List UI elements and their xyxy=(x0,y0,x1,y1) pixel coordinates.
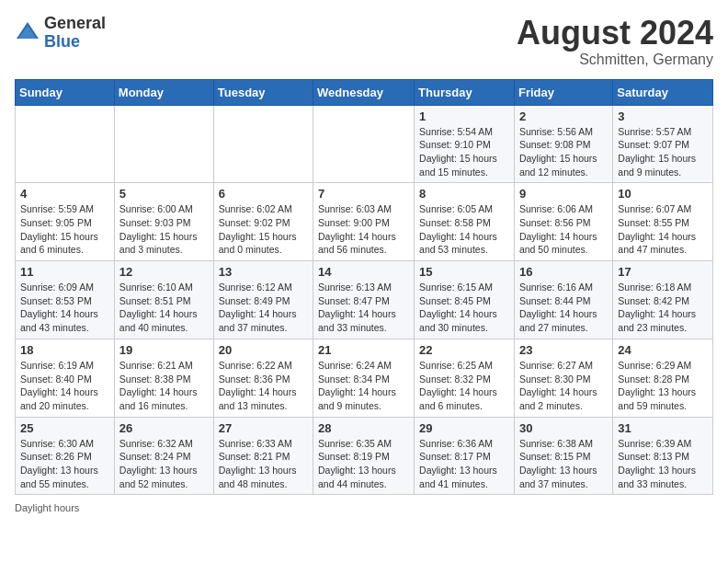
day-number: 25 xyxy=(20,421,109,435)
footer-note: Daylight hours xyxy=(15,502,713,513)
day-info: Sunrise: 6:03 AMSunset: 9:00 PMDaylight:… xyxy=(318,202,409,257)
calendar-cell: 23Sunrise: 6:27 AMSunset: 8:30 PMDayligh… xyxy=(514,339,612,417)
day-info: Sunrise: 6:00 AMSunset: 9:03 PMDaylight:… xyxy=(119,202,209,257)
calendar-cell: 17Sunrise: 6:18 AMSunset: 8:42 PMDayligh… xyxy=(613,261,713,339)
day-number: 6 xyxy=(219,187,308,201)
day-number: 5 xyxy=(119,187,209,201)
calendar-week-row: 1Sunrise: 5:54 AMSunset: 9:10 PMDaylight… xyxy=(16,105,713,183)
day-number: 15 xyxy=(419,265,509,279)
day-number: 2 xyxy=(519,109,608,123)
calendar-cell: 27Sunrise: 6:33 AMSunset: 8:21 PMDayligh… xyxy=(213,417,313,495)
day-info: Sunrise: 6:35 AMSunset: 8:19 PMDaylight:… xyxy=(318,437,409,491)
calendar-cell: 4Sunrise: 5:59 AMSunset: 9:05 PMDaylight… xyxy=(16,183,115,261)
day-number: 24 xyxy=(618,343,708,357)
day-info: Sunrise: 6:16 AMSunset: 8:44 PMDaylight:… xyxy=(519,281,608,335)
day-info: Sunrise: 6:12 AMSunset: 8:49 PMDaylight:… xyxy=(219,281,308,335)
location: Schmitten, Germany xyxy=(517,52,713,68)
calendar-cell: 22Sunrise: 6:25 AMSunset: 8:32 PMDayligh… xyxy=(415,339,515,417)
calendar-week-row: 18Sunrise: 6:19 AMSunset: 8:40 PMDayligh… xyxy=(16,339,713,417)
logo: General Blue xyxy=(15,15,106,52)
day-info: Sunrise: 6:30 AMSunset: 8:26 PMDaylight:… xyxy=(20,437,109,491)
col-header-monday: Monday xyxy=(114,79,213,105)
calendar-cell: 24Sunrise: 6:29 AMSunset: 8:28 PMDayligh… xyxy=(613,339,713,417)
calendar-cell: 19Sunrise: 6:21 AMSunset: 8:38 PMDayligh… xyxy=(114,339,213,417)
day-info: Sunrise: 6:24 AMSunset: 8:34 PMDaylight:… xyxy=(318,359,409,413)
logo-general-text: General xyxy=(44,14,106,32)
calendar-cell: 13Sunrise: 6:12 AMSunset: 8:49 PMDayligh… xyxy=(213,261,313,339)
calendar-cell: 7Sunrise: 6:03 AMSunset: 9:00 PMDaylight… xyxy=(313,183,415,261)
calendar-cell: 2Sunrise: 5:56 AMSunset: 9:08 PMDaylight… xyxy=(514,105,612,183)
calendar-cell: 16Sunrise: 6:16 AMSunset: 8:44 PMDayligh… xyxy=(514,261,612,339)
day-info: Sunrise: 6:10 AMSunset: 8:51 PMDaylight:… xyxy=(119,281,209,335)
calendar-week-row: 4Sunrise: 5:59 AMSunset: 9:05 PMDaylight… xyxy=(16,183,713,261)
calendar-cell: 21Sunrise: 6:24 AMSunset: 8:34 PMDayligh… xyxy=(313,339,415,417)
calendar-cell: 8Sunrise: 6:05 AMSunset: 8:58 PMDaylight… xyxy=(415,183,515,261)
calendar-cell: 6Sunrise: 6:02 AMSunset: 9:02 PMDaylight… xyxy=(213,183,313,261)
calendar-week-row: 25Sunrise: 6:30 AMSunset: 8:26 PMDayligh… xyxy=(16,417,713,495)
calendar-cell: 3Sunrise: 5:57 AMSunset: 9:07 PMDaylight… xyxy=(613,105,713,183)
calendar-cell: 14Sunrise: 6:13 AMSunset: 8:47 PMDayligh… xyxy=(313,261,415,339)
day-number: 14 xyxy=(318,265,409,279)
day-number: 8 xyxy=(419,187,509,201)
day-info: Sunrise: 6:32 AMSunset: 8:24 PMDaylight:… xyxy=(119,437,209,491)
day-number: 13 xyxy=(219,265,308,279)
month-year: August 2024 xyxy=(517,15,713,52)
day-info: Sunrise: 5:59 AMSunset: 9:05 PMDaylight:… xyxy=(20,202,109,257)
day-info: Sunrise: 6:06 AMSunset: 8:56 PMDaylight:… xyxy=(519,202,608,257)
day-number: 30 xyxy=(519,421,608,435)
calendar-cell: 29Sunrise: 6:36 AMSunset: 8:17 PMDayligh… xyxy=(415,417,515,495)
day-number: 31 xyxy=(618,421,708,435)
day-number: 27 xyxy=(219,421,308,435)
day-number: 28 xyxy=(318,421,409,435)
day-info: Sunrise: 6:25 AMSunset: 8:32 PMDaylight:… xyxy=(419,359,509,413)
day-info: Sunrise: 6:09 AMSunset: 8:53 PMDaylight:… xyxy=(20,281,109,335)
day-info: Sunrise: 5:54 AMSunset: 9:10 PMDaylight:… xyxy=(419,125,509,179)
page-header: General Blue August 2024 Schmitten, Germ… xyxy=(15,15,713,68)
day-number: 1 xyxy=(419,109,509,123)
calendar-cell: 10Sunrise: 6:07 AMSunset: 8:55 PMDayligh… xyxy=(613,183,713,261)
calendar-cell: 26Sunrise: 6:32 AMSunset: 8:24 PMDayligh… xyxy=(114,417,213,495)
calendar-cell xyxy=(313,105,415,183)
calendar-cell: 1Sunrise: 5:54 AMSunset: 9:10 PMDaylight… xyxy=(415,105,515,183)
day-info: Sunrise: 6:07 AMSunset: 8:55 PMDaylight:… xyxy=(618,202,708,257)
day-number: 7 xyxy=(318,187,409,201)
day-number: 17 xyxy=(618,265,708,279)
day-number: 11 xyxy=(20,265,109,279)
calendar-cell xyxy=(213,105,313,183)
day-number: 18 xyxy=(20,343,109,357)
day-info: Sunrise: 6:02 AMSunset: 9:02 PMDaylight:… xyxy=(219,202,308,257)
day-number: 29 xyxy=(419,421,509,435)
day-number: 12 xyxy=(119,265,209,279)
day-info: Sunrise: 5:56 AMSunset: 9:08 PMDaylight:… xyxy=(519,125,608,179)
col-header-saturday: Saturday xyxy=(613,79,713,105)
day-number: 19 xyxy=(119,343,209,357)
calendar-table: SundayMondayTuesdayWednesdayThursdayFrid… xyxy=(15,79,713,496)
col-header-wednesday: Wednesday xyxy=(313,79,415,105)
day-number: 10 xyxy=(618,187,708,201)
day-number: 21 xyxy=(318,343,409,357)
day-info: Sunrise: 6:19 AMSunset: 8:40 PMDaylight:… xyxy=(20,359,109,413)
col-header-friday: Friday xyxy=(514,79,612,105)
day-info: Sunrise: 6:38 AMSunset: 8:15 PMDaylight:… xyxy=(519,437,608,491)
day-number: 22 xyxy=(419,343,509,357)
col-header-tuesday: Tuesday xyxy=(213,79,313,105)
col-header-thursday: Thursday xyxy=(415,79,515,105)
day-number: 26 xyxy=(119,421,209,435)
calendar-cell xyxy=(114,105,213,183)
day-info: Sunrise: 5:57 AMSunset: 9:07 PMDaylight:… xyxy=(618,125,708,179)
day-info: Sunrise: 6:22 AMSunset: 8:36 PMDaylight:… xyxy=(219,359,308,413)
day-info: Sunrise: 6:18 AMSunset: 8:42 PMDaylight:… xyxy=(618,281,708,335)
day-info: Sunrise: 6:39 AMSunset: 8:13 PMDaylight:… xyxy=(618,437,708,491)
logo-icon xyxy=(15,20,40,46)
day-number: 3 xyxy=(618,109,708,123)
calendar-cell xyxy=(16,105,115,183)
calendar-cell: 28Sunrise: 6:35 AMSunset: 8:19 PMDayligh… xyxy=(313,417,415,495)
day-number: 4 xyxy=(20,187,109,201)
day-info: Sunrise: 6:33 AMSunset: 8:21 PMDaylight:… xyxy=(219,437,308,491)
calendar-cell: 15Sunrise: 6:15 AMSunset: 8:45 PMDayligh… xyxy=(415,261,515,339)
day-info: Sunrise: 6:29 AMSunset: 8:28 PMDaylight:… xyxy=(618,359,708,413)
day-info: Sunrise: 6:05 AMSunset: 8:58 PMDaylight:… xyxy=(419,202,509,257)
day-number: 23 xyxy=(519,343,608,357)
calendar-cell: 9Sunrise: 6:06 AMSunset: 8:56 PMDaylight… xyxy=(514,183,612,261)
day-number: 20 xyxy=(219,343,308,357)
